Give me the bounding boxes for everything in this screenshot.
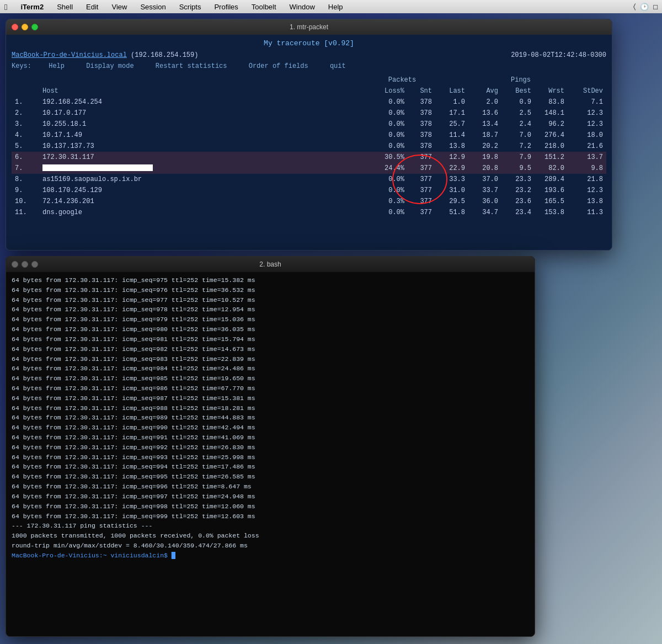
row-loss: 0.0%	[369, 130, 408, 141]
window-title-mtr: 1. mtr-packet	[290, 23, 328, 31]
row-host: 10.17.1.49	[39, 130, 369, 141]
bash-output-line: 64 bytes from 172.30.31.117: icmp_seq=98…	[12, 334, 529, 344]
row-num: 7.	[12, 163, 39, 174]
apple-menu[interactable]: 	[4, 2, 7, 12]
row-snt: 377	[408, 196, 435, 207]
row-wrst: 193.6	[535, 185, 568, 196]
row-host: 10.17.0.177	[39, 108, 369, 119]
key-restart[interactable]: Restart statistics	[156, 62, 227, 70]
table-row: 3. 10.255.18.1 0.0% 378 25.7 13.4 2.4 96…	[12, 119, 606, 130]
row-best: 7.2	[501, 141, 535, 152]
bash-output-line: 64 bytes from 172.30.31.117: icmp_seq=98…	[12, 364, 529, 374]
window-bash: 2. bash 64 bytes from 172.30.31.117: icm…	[6, 256, 535, 637]
mtr-host-info: MacBook-Pro-de-Vinicius.local (192.168.2…	[12, 50, 198, 60]
bash-output-line: 64 bytes from 172.30.31.117: icmp_seq=98…	[12, 354, 529, 364]
row-last: 51.8	[435, 207, 468, 218]
row-stdev: 21.8	[568, 174, 606, 185]
maximize-button-bash[interactable]	[31, 261, 38, 268]
menu-window[interactable]: Window	[287, 2, 317, 12]
row-host	[39, 163, 369, 174]
titlebar-bash: 2. bash	[6, 257, 535, 272]
row-wrst: 153.8	[535, 207, 568, 218]
menu-toolbelt[interactable]: Toolbelt	[249, 2, 279, 12]
bash-prompt: MacBook-Pro-de-Vinicius:~ viniciusdalcin…	[12, 552, 172, 559]
table-row: 11. dns.google 0.0% 377 51.8 34.7 23.4 1…	[12, 207, 606, 218]
col-loss: Loss%	[369, 86, 408, 97]
menu-help[interactable]: Help	[326, 2, 345, 12]
row-avg: 34.7	[468, 207, 501, 218]
row-last: 22.9	[435, 163, 468, 174]
row-stdev: 21.6	[568, 141, 606, 152]
menubar:  iTerm2 Shell Edit View Session Scripts…	[0, 0, 662, 13]
row-snt: 377	[408, 163, 435, 174]
row-wrst: 289.4	[535, 174, 568, 185]
row-wrst: 151.2	[535, 152, 568, 163]
row-num: 11.	[12, 207, 39, 218]
minimize-button-bash[interactable]	[22, 261, 28, 268]
row-num: 5.	[12, 141, 39, 152]
close-button-mtr[interactable]	[12, 24, 18, 30]
menu-iterm2[interactable]: iTerm2	[18, 2, 46, 12]
row-best: 9.5	[501, 163, 535, 174]
row-avg: 37.0	[468, 174, 501, 185]
row-snt: 377	[408, 185, 435, 196]
bash-output-line: 64 bytes from 172.30.31.117: icmp_seq=99…	[12, 433, 529, 443]
row-stdev: 9.8	[568, 163, 606, 174]
menu-view[interactable]: View	[109, 2, 129, 12]
row-stdev: 12.3	[568, 185, 606, 196]
key-order[interactable]: Order of fields	[249, 62, 308, 70]
menu-session[interactable]: Session	[138, 2, 168, 12]
col-last: Last	[435, 86, 468, 97]
maximize-button-mtr[interactable]	[31, 24, 38, 30]
bash-stats-line: round-trip min/avg/max/stddev = 8.460/30…	[12, 541, 529, 551]
bash-output-line: 64 bytes from 172.30.31.117: icmp_seq=97…	[12, 295, 529, 305]
bash-output-line: 64 bytes from 172.30.31.117: icmp_seq=98…	[12, 393, 529, 403]
minimize-button-mtr[interactable]	[22, 24, 28, 30]
bash-output-line: 64 bytes from 172.30.31.117: icmp_seq=98…	[12, 384, 529, 393]
row-last: 13.8	[435, 141, 468, 152]
col-avg: Avg	[468, 86, 501, 97]
row-wrst: 83.8	[535, 97, 568, 108]
wifi-icon[interactable]: 〈	[633, 2, 636, 11]
key-quit[interactable]: quit	[330, 62, 346, 70]
row-loss: 0.0%	[369, 119, 408, 130]
key-help[interactable]: Help	[49, 62, 65, 70]
menu-profiles[interactable]: Profiles	[212, 2, 240, 12]
mtr-table: Packets Pings Host Loss% Snt Last Avg Be…	[12, 74, 606, 218]
row-snt: 378	[408, 97, 435, 108]
row-host: dns.google	[39, 207, 369, 218]
row-host: as15169.saopaulo.sp.ix.br	[39, 174, 369, 185]
row-num: 1.	[12, 97, 39, 108]
row-last: 11.4	[435, 130, 468, 141]
row-num: 2.	[12, 108, 39, 119]
bash-stats-line: --- 172.30.31.117 ping statistics ---	[12, 521, 529, 531]
table-row: 6. 172.30.31.117 30.5% 377 12.9 19.8 7.9…	[12, 152, 606, 163]
row-loss: 30.5%	[369, 152, 408, 163]
row-num: 6.	[12, 152, 39, 163]
dropbox-icon[interactable]: □	[653, 3, 658, 11]
windows-container: 1. mtr-packet My traceroute [v0.92] MacB…	[0, 13, 662, 644]
key-display[interactable]: Display mode	[86, 62, 134, 70]
row-loss: 0.0%	[369, 207, 408, 218]
row-snt: 378	[408, 108, 435, 119]
bash-output-line: 64 bytes from 172.30.31.117: icmp_seq=97…	[12, 305, 529, 315]
bash-prompt-line[interactable]: MacBook-Pro-de-Vinicius:~ viniciusdalcin…	[12, 551, 529, 561]
bash-output-line: 64 bytes from 172.30.31.117: icmp_seq=97…	[12, 285, 529, 295]
col-best: Best	[501, 86, 535, 97]
bash-output-line: 64 bytes from 172.30.31.117: icmp_seq=97…	[12, 275, 529, 285]
row-stdev: 7.1	[568, 97, 606, 108]
close-button-bash[interactable]	[12, 261, 18, 268]
menu-shell[interactable]: Shell	[55, 2, 75, 12]
row-loss: 0.0%	[369, 185, 408, 196]
row-loss: 0.3%	[369, 196, 408, 207]
menu-edit[interactable]: Edit	[84, 2, 100, 12]
row-snt: 377	[408, 174, 435, 185]
row-snt: 378	[408, 119, 435, 130]
packets-header: Packets	[369, 74, 435, 86]
bash-output-line: 64 bytes from 172.30.31.117: icmp_seq=98…	[12, 344, 529, 354]
col-stdev: StDev	[568, 86, 606, 97]
menu-scripts[interactable]: Scripts	[177, 2, 204, 12]
bash-content[interactable]: 64 bytes from 172.30.31.117: icmp_seq=97…	[6, 272, 535, 564]
bash-output-line: 64 bytes from 172.30.31.117: icmp_seq=99…	[12, 502, 529, 512]
row-last: 1.0	[435, 97, 468, 108]
